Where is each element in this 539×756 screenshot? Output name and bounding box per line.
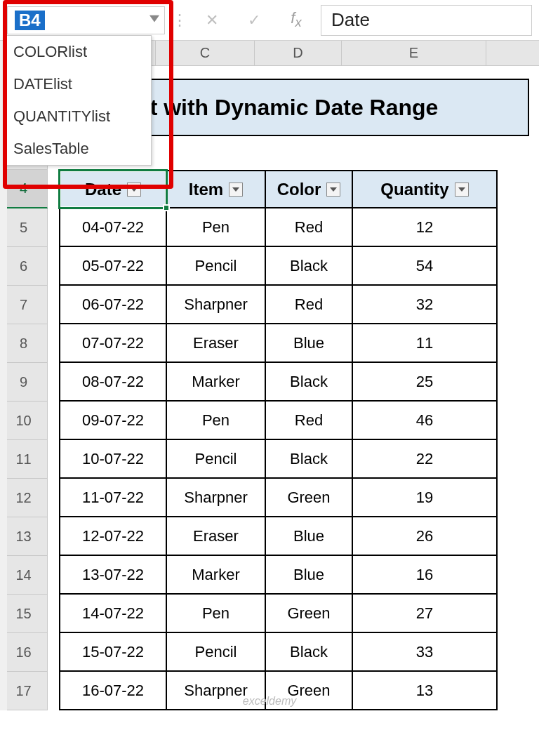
name-box[interactable]: B4 — [7, 6, 165, 34]
cell-date[interactable]: 12-07-22 — [59, 517, 167, 556]
filter-icon[interactable] — [229, 183, 243, 197]
cell-qty[interactable]: 32 — [353, 286, 498, 324]
fx-icon[interactable]: fx — [279, 6, 314, 34]
cell-date[interactable]: 11-07-22 — [59, 479, 167, 517]
cell-qty[interactable]: 46 — [353, 402, 498, 440]
row-header[interactable]: 13 — [0, 517, 48, 556]
table-row: 13 12-07-22 Eraser Blue 26 — [0, 517, 539, 556]
header-item-label: Item — [189, 180, 223, 199]
col-header-e[interactable]: E — [342, 41, 486, 65]
cell-color[interactable]: Blue — [266, 517, 353, 556]
cell-color[interactable]: Black — [266, 363, 353, 402]
cell-item[interactable]: Eraser — [167, 324, 266, 363]
cell-qty[interactable]: 13 — [353, 672, 498, 710]
cell-qty[interactable]: 27 — [353, 595, 498, 633]
cell-item[interactable]: Pen — [167, 595, 266, 633]
cell-date[interactable]: 16-07-22 — [59, 672, 167, 710]
name-box-dropdown-icon[interactable] — [148, 12, 161, 25]
cell-item[interactable]: Sharpner — [167, 479, 266, 517]
cell-item[interactable]: Marker — [167, 363, 266, 402]
formula-bar-input[interactable]: Date — [321, 5, 532, 36]
cell-date[interactable]: 08-07-22 — [59, 363, 167, 402]
header-date-cell[interactable]: Date — [59, 170, 167, 208]
title-text: t with Dynamic Date Range — [150, 95, 439, 121]
cell-qty[interactable]: 12 — [353, 208, 498, 247]
row-header[interactable]: 11 — [0, 440, 48, 479]
table-row: 6 05-07-22 Pencil Black 54 — [0, 247, 539, 286]
cell-date[interactable]: 14-07-22 — [59, 595, 167, 633]
cell-date[interactable]: 10-07-22 — [59, 440, 167, 479]
cell-color[interactable]: Green — [266, 479, 353, 517]
cell-date[interactable]: 07-07-22 — [59, 324, 167, 363]
cell-qty[interactable]: 33 — [353, 633, 498, 672]
header-qty-label: Quantity — [380, 180, 448, 199]
name-item-datelist[interactable]: DATElist — [4, 68, 151, 100]
col-header-d[interactable]: D — [255, 41, 342, 65]
row-header[interactable]: 5 — [0, 208, 48, 247]
filter-icon[interactable] — [455, 183, 469, 197]
cell-date[interactable]: 06-07-22 — [59, 286, 167, 324]
header-qty-cell[interactable]: Quantity — [353, 170, 498, 208]
name-item-salestable[interactable]: SalesTable — [4, 133, 151, 165]
name-dropdown-list: COLORlist DATElist QUANTITYlist SalesTab… — [3, 35, 152, 166]
filter-icon[interactable] — [326, 183, 340, 197]
cell-color[interactable]: Blue — [266, 324, 353, 363]
row-header[interactable]: 7 — [0, 286, 48, 324]
name-box-value: B4 — [15, 11, 45, 30]
cell-qty[interactable]: 11 — [353, 324, 498, 363]
row-header[interactable]: 17 — [0, 672, 48, 710]
row-header[interactable]: 6 — [0, 247, 48, 286]
cell-date[interactable]: 13-07-22 — [59, 556, 167, 595]
cell-color[interactable]: Black — [266, 633, 353, 672]
cell-color[interactable]: Green — [266, 595, 353, 633]
cell-item[interactable]: Pencil — [167, 247, 266, 286]
row-header[interactable]: 9 — [0, 363, 48, 402]
col-header-c[interactable]: C — [156, 41, 255, 65]
table-row: 7 06-07-22 Sharpner Red 32 — [0, 286, 539, 324]
cell-item[interactable]: Sharpner — [167, 286, 266, 324]
header-item-cell[interactable]: Item — [167, 170, 266, 208]
table-row: 8 07-07-22 Eraser Blue 11 — [0, 324, 539, 363]
row-header[interactable]: 16 — [0, 633, 48, 672]
cell-item[interactable]: Pencil — [167, 633, 266, 672]
enter-button[interactable]: ✓ — [237, 6, 272, 34]
row-header[interactable]: 10 — [0, 402, 48, 440]
cancel-button[interactable]: ✕ — [194, 6, 229, 34]
cell-item[interactable]: Marker — [167, 556, 266, 595]
cell-item[interactable]: Pen — [167, 402, 266, 440]
row-header[interactable]: 15 — [0, 595, 48, 633]
header-color-label: Color — [277, 180, 321, 199]
row-header-4[interactable]: 4 — [0, 170, 48, 208]
cell-color[interactable]: Red — [266, 286, 353, 324]
cell-qty[interactable]: 19 — [353, 479, 498, 517]
table-row: 15 14-07-22 Pen Green 27 — [0, 595, 539, 633]
cell-qty[interactable]: 54 — [353, 247, 498, 286]
cell-qty[interactable]: 22 — [353, 440, 498, 479]
cell-item[interactable]: Pen — [167, 208, 266, 247]
filter-icon[interactable] — [127, 183, 141, 197]
cell-qty[interactable]: 26 — [353, 517, 498, 556]
table-row: 16 15-07-22 Pencil Black 33 — [0, 633, 539, 672]
table-row: 9 08-07-22 Marker Black 25 — [0, 363, 539, 402]
cell-date[interactable]: 09-07-22 — [59, 402, 167, 440]
name-item-colorlist[interactable]: COLORlist — [4, 36, 151, 68]
row-header[interactable]: 14 — [0, 556, 48, 595]
cell-qty[interactable]: 16 — [353, 556, 498, 595]
cell-color[interactable]: Red — [266, 208, 353, 247]
cell-date[interactable]: 15-07-22 — [59, 633, 167, 672]
cell-date[interactable]: 04-07-22 — [59, 208, 167, 247]
cell-item[interactable]: Eraser — [167, 517, 266, 556]
cell-item[interactable]: Pencil — [167, 440, 266, 479]
row-header[interactable]: 8 — [0, 324, 48, 363]
name-item-quantitylist[interactable]: QUANTITYlist — [4, 100, 151, 133]
table-row: 14 13-07-22 Marker Blue 16 — [0, 556, 539, 595]
cell-date[interactable]: 05-07-22 — [59, 247, 167, 286]
formula-bar-value: Date — [331, 9, 370, 31]
cell-color[interactable]: Black — [266, 440, 353, 479]
row-header[interactable]: 12 — [0, 479, 48, 517]
cell-color[interactable]: Blue — [266, 556, 353, 595]
cell-color[interactable]: Red — [266, 402, 353, 440]
cell-qty[interactable]: 25 — [353, 363, 498, 402]
header-color-cell[interactable]: Color — [266, 170, 353, 208]
cell-color[interactable]: Black — [266, 247, 353, 286]
